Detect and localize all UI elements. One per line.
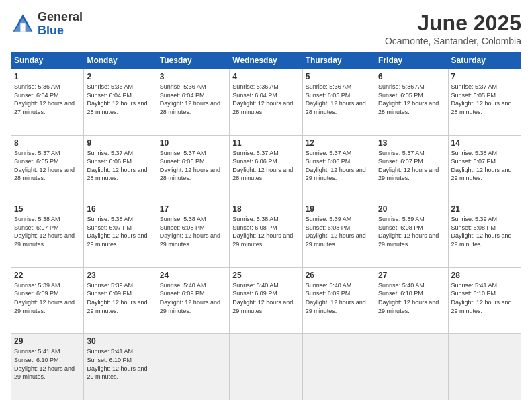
list-item: 5 Sunrise: 5:36 AMSunset: 6:05 PMDayligh… [302,69,375,136]
table-row: 22 Sunrise: 5:39 AMSunset: 6:09 PMDaylig… [11,267,521,334]
svg-rect-2 [20,23,25,32]
list-item: 7 Sunrise: 5:37 AMSunset: 6:05 PMDayligh… [448,69,521,136]
list-item: 20 Sunrise: 5:39 AMSunset: 6:08 PMDaylig… [375,201,448,268]
list-item [157,334,229,400]
list-item [448,334,521,400]
list-item [302,334,375,400]
list-item: 30 Sunrise: 5:41 AMSunset: 6:10 PMDaylig… [84,334,157,400]
list-item: 25 Sunrise: 5:40 AMSunset: 6:09 PMDaylig… [230,267,302,334]
logo-icon [11,12,35,36]
list-item: 3 Sunrise: 5:36 AMSunset: 6:04 PMDayligh… [157,69,229,136]
list-item: 10 Sunrise: 5:37 AMSunset: 6:06 PMDaylig… [157,135,229,201]
list-item: 12 Sunrise: 5:37 AMSunset: 6:06 PMDaylig… [302,135,375,201]
table-row: 15 Sunrise: 5:38 AMSunset: 6:07 PMDaylig… [11,201,521,268]
list-item: 14 Sunrise: 5:38 AMSunset: 6:07 PMDaylig… [448,135,521,201]
list-item [230,334,302,400]
table-row: 8 Sunrise: 5:37 AMSunset: 6:05 PMDayligh… [11,135,521,201]
month-title: June 2025 [385,11,521,36]
logo-general: General [38,11,83,24]
list-item: 17 Sunrise: 5:38 AMSunset: 6:08 PMDaylig… [157,201,229,268]
logo: General Blue [11,11,83,38]
list-item: 23 Sunrise: 5:39 AMSunset: 6:09 PMDaylig… [84,267,157,334]
logo-blue: Blue [38,24,83,38]
page: General Blue June 2025 Ocamonte, Santand… [0,0,532,411]
list-item: 1 Sunrise: 5:36 AMSunset: 6:04 PMDayligh… [11,69,84,136]
calendar: Sunday Monday Tuesday Wednesday Thursday… [11,52,521,400]
col-tuesday: Tuesday [157,52,229,69]
list-item: 13 Sunrise: 5:37 AMSunset: 6:07 PMDaylig… [375,135,448,201]
col-wednesday: Wednesday [230,52,302,69]
list-item: 18 Sunrise: 5:38 AMSunset: 6:08 PMDaylig… [230,201,302,268]
table-row: 29 Sunrise: 5:41 AMSunset: 6:10 PMDaylig… [11,334,521,400]
list-item: 9 Sunrise: 5:37 AMSunset: 6:06 PMDayligh… [84,135,157,201]
list-item: 16 Sunrise: 5:38 AMSunset: 6:07 PMDaylig… [84,201,157,268]
list-item: 21 Sunrise: 5:39 AMSunset: 6:08 PMDaylig… [448,201,521,268]
col-friday: Friday [375,52,448,69]
list-item: 2 Sunrise: 5:36 AMSunset: 6:04 PMDayligh… [84,69,157,136]
list-item: 24 Sunrise: 5:40 AMSunset: 6:09 PMDaylig… [157,267,229,334]
list-item: 22 Sunrise: 5:39 AMSunset: 6:09 PMDaylig… [11,267,84,334]
list-item: 19 Sunrise: 5:39 AMSunset: 6:08 PMDaylig… [302,201,375,268]
location: Ocamonte, Santander, Colombia [385,36,521,46]
list-item: 15 Sunrise: 5:38 AMSunset: 6:07 PMDaylig… [11,201,84,268]
list-item: 26 Sunrise: 5:40 AMSunset: 6:09 PMDaylig… [302,267,375,334]
header: General Blue June 2025 Ocamonte, Santand… [11,11,521,46]
table-row: 1 Sunrise: 5:36 AMSunset: 6:04 PMDayligh… [11,69,521,136]
title-block: June 2025 Ocamonte, Santander, Colombia [385,11,521,46]
list-item: 4 Sunrise: 5:36 AMSunset: 6:04 PMDayligh… [230,69,302,136]
calendar-header-row: Sunday Monday Tuesday Wednesday Thursday… [11,52,521,69]
list-item: 27 Sunrise: 5:40 AMSunset: 6:10 PMDaylig… [375,267,448,334]
col-saturday: Saturday [448,52,521,69]
list-item: 6 Sunrise: 5:36 AMSunset: 6:05 PMDayligh… [375,69,448,136]
col-sunday: Sunday [11,52,84,69]
col-monday: Monday [84,52,157,69]
list-item: 8 Sunrise: 5:37 AMSunset: 6:05 PMDayligh… [11,135,84,201]
logo-text: General Blue [38,11,83,38]
list-item: 11 Sunrise: 5:37 AMSunset: 6:06 PMDaylig… [230,135,302,201]
list-item: 29 Sunrise: 5:41 AMSunset: 6:10 PMDaylig… [11,334,84,400]
list-item: 28 Sunrise: 5:41 AMSunset: 6:10 PMDaylig… [448,267,521,334]
col-thursday: Thursday [302,52,375,69]
list-item [375,334,448,400]
